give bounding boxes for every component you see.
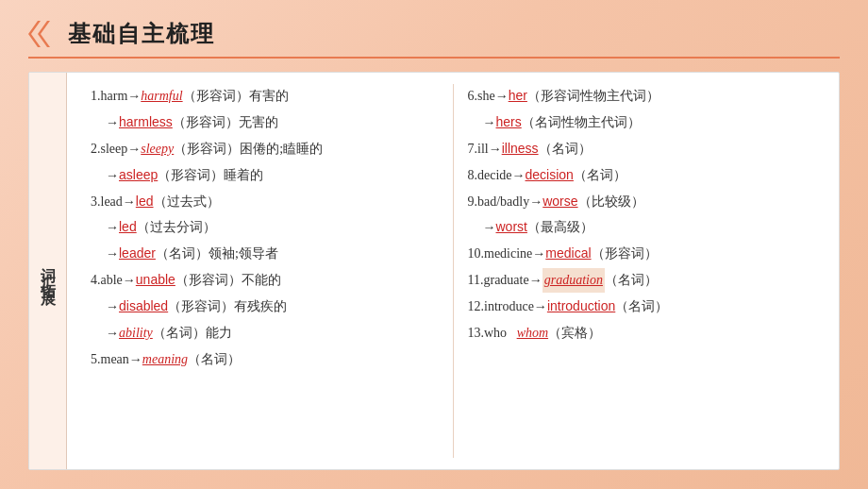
- list-item: 8.decide→decision（名词）: [468, 163, 816, 188]
- list-item: 1.harm→harmful（形容词）有害的: [91, 84, 439, 109]
- list-item: 11.graduate→graduation（名词）: [468, 268, 816, 293]
- list-item: 9.bad/badly→worse（比较级）: [468, 190, 816, 214]
- left-column: 1.harm→harmful（形容词）有害的 →harmless（形容词）无害的…: [76, 84, 454, 458]
- list-item: →ability（名词）能力: [91, 321, 439, 346]
- list-item: 7.ill→illness（名词）: [468, 137, 816, 161]
- list-item: 4.able→unable（形容词）不能的: [91, 268, 439, 293]
- list-item: →harmless（形容词）无害的: [91, 110, 439, 135]
- list-item: →disabled（形容词）有残疾的: [91, 295, 439, 319]
- content-box: 词汇拓展 1.harm→harmful（形容词）有害的 →harmless（形容…: [28, 72, 840, 470]
- list-item: 2.sleep→sleepy（形容词）困倦的;瞌睡的: [91, 137, 439, 161]
- columns: 1.harm→harmful（形容词）有害的 →harmless（形容词）无害的…: [67, 73, 839, 469]
- page: 基础自主梳理 词汇拓展 1.harm→harmful（形容词）有害的 →harm…: [0, 0, 868, 489]
- list-item: 13.who whom（宾格）: [468, 321, 816, 346]
- svg-marker-1: [38, 21, 50, 47]
- list-item: 10.medicine→medical（形容词）: [468, 242, 816, 266]
- section-header: 基础自主梳理: [28, 19, 840, 59]
- list-item: →asleep（形容词）睡着的: [91, 163, 439, 188]
- list-item: →led（过去分词）: [91, 215, 439, 240]
- list-item: 5.mean→meaning（名词）: [91, 347, 439, 372]
- list-item: →worst（最高级）: [468, 215, 816, 240]
- right-column: 6.she→her（形容词性物主代词） →hers（名词性物主代词） 7.ill…: [454, 84, 830, 458]
- list-item: →leader（名词）领袖;领导者: [91, 242, 439, 266]
- chevron-icon: [28, 21, 58, 47]
- side-label: 词汇拓展: [29, 73, 67, 469]
- list-item: →hers（名词性物主代词）: [468, 110, 816, 135]
- section-title: 基础自主梳理: [68, 19, 215, 49]
- list-item: 6.she→her（形容词性物主代词）: [468, 84, 816, 109]
- list-item: 12.introduce→introduction（名词）: [468, 295, 816, 319]
- list-item: 3.lead→led（过去式）: [91, 190, 439, 214]
